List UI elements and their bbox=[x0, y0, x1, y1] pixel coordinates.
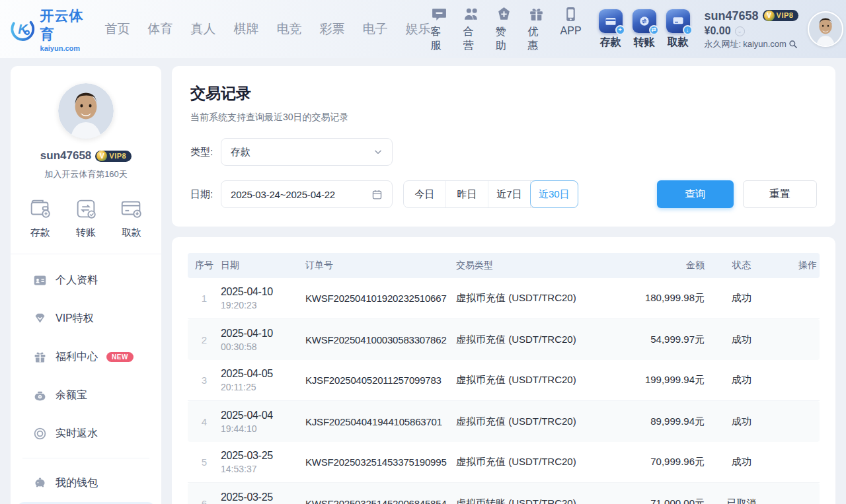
nav-sports[interactable]: 体育 bbox=[148, 20, 173, 38]
reset-button[interactable]: 重置 bbox=[743, 180, 817, 208]
col-action: 操作 bbox=[779, 260, 820, 271]
table-row[interactable]: 2 2025-04-10 00:30:58 KWSF20250410003058… bbox=[188, 319, 820, 360]
app-icon bbox=[562, 6, 579, 22]
range-yesterday-button[interactable]: 昨日 bbox=[446, 181, 488, 207]
calendar-icon bbox=[371, 189, 383, 200]
sidebar-menu: 个人资料 VIP特权 福利中心 NEW 余额宝 实时返水 我 bbox=[11, 254, 161, 504]
row-transaction-type: 虚拟币充值 (USDT/TRC20) bbox=[456, 292, 605, 305]
nav-home[interactable]: 首页 bbox=[105, 20, 130, 38]
promo-icon bbox=[528, 6, 545, 22]
date-label: 日期: bbox=[190, 188, 221, 201]
sidebar-deposit-button[interactable]: 存款 bbox=[28, 196, 53, 239]
brand-domain: kaiyun.com bbox=[40, 44, 87, 52]
row-datetime: 2025-04-10 19:20:23 bbox=[221, 286, 305, 310]
row-amount: 71,000.00元 bbox=[605, 497, 705, 504]
row-status: 成功 bbox=[705, 374, 779, 386]
nav-casino[interactable]: 娱乐 bbox=[406, 20, 431, 38]
promo-menu-item[interactable]: 优惠 bbox=[528, 6, 545, 53]
vip-shield-icon: V bbox=[96, 151, 107, 161]
sidebar-item-wallet[interactable]: 我的钱包 bbox=[11, 464, 161, 502]
support-menu-item[interactable]: 客服 bbox=[431, 6, 447, 53]
sidebar-transfer-button[interactable]: 转账 bbox=[73, 196, 98, 239]
brand-logo[interactable]: K 开云体育 kaiyun.com bbox=[11, 7, 87, 52]
transfer-icon: ⇄ bbox=[633, 9, 656, 33]
nav-live[interactable]: 真人 bbox=[191, 20, 216, 38]
table-row[interactable]: 6 2025-03-25 14:52:00 KWSF20250325145200… bbox=[188, 483, 820, 504]
row-order-number: KWSF202503251452006845854 bbox=[305, 498, 456, 504]
row-amount: 54,999.97元 bbox=[605, 334, 705, 346]
date-range-input[interactable]: 2025-03-24~2025-04-22 bbox=[221, 180, 393, 208]
user-avatar[interactable] bbox=[808, 11, 843, 47]
new-badge: NEW bbox=[106, 352, 134, 362]
main-nav: 首页 体育 真人 棋牌 电竞 彩票 电子 娱乐 bbox=[105, 20, 431, 38]
col-order: 订单号 bbox=[305, 260, 456, 271]
col-status: 状态 bbox=[705, 260, 779, 271]
transfer-button[interactable]: ⇄ 转账 bbox=[633, 9, 656, 50]
transfer-icon bbox=[73, 196, 98, 221]
row-index: 6 bbox=[188, 498, 221, 504]
page-title: 交易记录 bbox=[190, 83, 817, 104]
row-index: 5 bbox=[188, 456, 221, 468]
profile-username: sun47658 bbox=[40, 149, 92, 162]
nav-slots[interactable]: 电子 bbox=[363, 20, 388, 38]
col-type: 交易类型 bbox=[456, 260, 605, 271]
range-7days-button[interactable]: 近7日 bbox=[488, 181, 531, 207]
row-datetime: 2025-03-25 14:53:37 bbox=[221, 450, 305, 474]
sidebar-item-vip[interactable]: VIP特权 bbox=[11, 299, 161, 338]
row-status: 成功 bbox=[705, 456, 779, 468]
sidebar-withdraw-button[interactable]: 取款 bbox=[119, 196, 144, 239]
row-order-number: KJSF202504041944105863701 bbox=[305, 416, 456, 427]
sponsor-menu-item[interactable]: 赞助 bbox=[496, 6, 512, 53]
col-index: 序号 bbox=[188, 260, 221, 271]
money-pot-icon bbox=[33, 388, 47, 402]
row-amount: 70,999.96元 bbox=[605, 456, 705, 468]
deposit-button[interactable]: + 存款 bbox=[599, 9, 623, 50]
app-menu-item[interactable]: APP bbox=[560, 6, 582, 53]
piggy-bank-icon bbox=[33, 476, 47, 490]
table-body: 1 2025-04-10 19:20:23 KWSF20250410192023… bbox=[188, 278, 820, 504]
quick-menu: 客服 合营 赞助 优惠 APP bbox=[431, 6, 582, 53]
nav-chess[interactable]: 棋牌 bbox=[234, 20, 259, 38]
partner-menu-item[interactable]: 合营 bbox=[463, 6, 480, 53]
profile-vip-badge: V VIP8 bbox=[95, 151, 132, 162]
sidebar-item-profile[interactable]: 个人资料 bbox=[11, 261, 161, 299]
joined-days: 加入开云体育第160天 bbox=[44, 168, 128, 180]
row-datetime: 2025-03-25 14:52:00 bbox=[221, 491, 305, 504]
nav-lottery[interactable]: 彩票 bbox=[320, 20, 345, 38]
date-range-segments: 今日 昨日 近7日 近30日 bbox=[403, 180, 578, 208]
sidebar-item-yuebao[interactable]: 余额宝 bbox=[11, 376, 161, 414]
transactions-table-card: 序号 日期 订单号 交易类型 金额 状态 操作 1 2025-04-10 19:… bbox=[172, 237, 835, 504]
table-row[interactable]: 4 2025-04-04 19:44:10 KJSF20250404194410… bbox=[188, 401, 820, 442]
search-button[interactable]: 查询 bbox=[657, 180, 734, 208]
table-row[interactable]: 1 2025-04-10 19:20:23 KWSF20250410192023… bbox=[188, 278, 820, 319]
row-status: 成功 bbox=[705, 415, 779, 428]
deposit-icon bbox=[28, 196, 53, 221]
profile-block: sun47658 V VIP8 加入开云体育第160天 bbox=[11, 83, 161, 180]
search-icon[interactable] bbox=[788, 40, 798, 49]
sponsor-icon bbox=[496, 6, 512, 22]
row-status: 成功 bbox=[705, 334, 779, 346]
withdraw-button[interactable]: ↓ 取款 bbox=[666, 9, 690, 50]
perm-url-label: 永久网址: bbox=[705, 39, 742, 50]
table-row[interactable]: 5 2025-03-25 14:53:37 KWSF20250325145337… bbox=[188, 442, 820, 483]
table-header: 序号 日期 订单号 交易类型 金额 状态 操作 bbox=[188, 253, 820, 278]
balance-amount: ¥0.00 bbox=[705, 24, 731, 38]
type-filter-row: 类型: 存款 bbox=[190, 138, 817, 166]
rebate-icon bbox=[33, 427, 47, 441]
profile-avatar[interactable] bbox=[58, 83, 114, 139]
row-index: 3 bbox=[188, 375, 221, 386]
row-order-number: KWSF202504100030583307862 bbox=[305, 334, 456, 345]
sidebar-item-rebate[interactable]: 实时返水 bbox=[11, 414, 161, 452]
range-30days-button[interactable]: 近30日 bbox=[530, 180, 578, 208]
range-today-button[interactable]: 今日 bbox=[404, 181, 446, 207]
username: sun47658 bbox=[705, 9, 759, 24]
vip-badge: V VIP8 bbox=[763, 10, 799, 21]
top-header: K 开云体育 kaiyun.com 首页 体育 真人 棋牌 电竞 彩票 电子 娱… bbox=[0, 0, 846, 58]
table-row[interactable]: 3 2025-04-05 20:11:25 KJSF20250405201125… bbox=[188, 360, 820, 401]
nav-esports[interactable]: 电竞 bbox=[277, 20, 302, 38]
refresh-balance-icon[interactable]: ⌄ bbox=[735, 26, 745, 36]
sidebar-item-welfare[interactable]: 福利中心 NEW bbox=[11, 338, 161, 376]
type-select[interactable]: 存款 bbox=[221, 138, 393, 166]
row-transaction-type: 虚拟币充值 (USDT/TRC20) bbox=[456, 456, 605, 468]
date-filter-row: 日期: 2025-03-24~2025-04-22 今日 昨日 近7日 近30日… bbox=[190, 180, 817, 208]
